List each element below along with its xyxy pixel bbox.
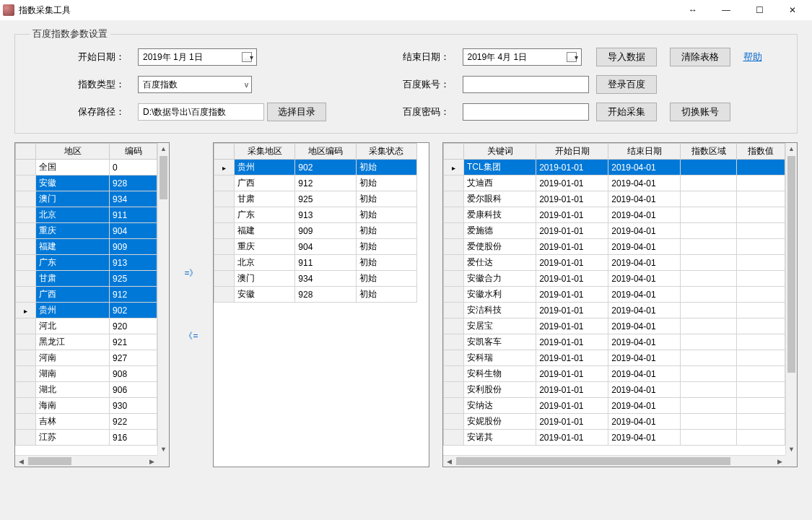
table-row[interactable]: 澳门934 bbox=[16, 191, 157, 207]
help-link[interactable]: 帮助 bbox=[743, 51, 762, 64]
collect-region-grid[interactable]: 采集地区地区编码采集状态贵州902初始广西912初始甘肃925初始广东913初始… bbox=[213, 142, 429, 467]
maximize-button[interactable]: ☐ bbox=[743, 0, 776, 20]
password-input[interactable] bbox=[463, 103, 589, 121]
table-row[interactable]: 江苏916 bbox=[16, 430, 157, 446]
table-row[interactable]: 爱使股份2019-01-012019-04-01 bbox=[444, 239, 785, 255]
table-row[interactable]: 福建909初始 bbox=[214, 223, 417, 239]
save-path-input[interactable]: D:\数据导出\百度指数 bbox=[138, 103, 264, 121]
table-row[interactable]: 广东913 bbox=[16, 255, 157, 271]
window-title: 指数采集工具 bbox=[19, 4, 71, 17]
scrollbar-vertical[interactable]: ▲▼ bbox=[157, 143, 169, 455]
account-input[interactable] bbox=[463, 76, 589, 93]
table-row[interactable]: 河北920 bbox=[16, 318, 157, 334]
move-right-button[interactable]: =》 bbox=[184, 267, 198, 280]
region-grid[interactable]: 地区编码全国0安徽928澳门934北京911重庆904福建909广东913甘肃9… bbox=[14, 142, 170, 467]
index-type-combo[interactable]: 百度指数 v bbox=[138, 76, 252, 93]
table-row[interactable]: 安徽水利2019-01-012019-04-01 bbox=[444, 287, 785, 303]
table-row[interactable]: 黑龙江921 bbox=[16, 334, 157, 350]
table-row[interactable]: 安洁科技2019-01-012019-04-01 bbox=[444, 303, 785, 318]
table-row[interactable]: 安徽合力2019-01-012019-04-01 bbox=[444, 271, 785, 287]
table-row[interactable]: 海南930 bbox=[16, 398, 157, 414]
table-row[interactable]: 吉林922 bbox=[16, 414, 157, 430]
end-date-picker[interactable]: 2019年 4月 1日 ▾ bbox=[463, 48, 582, 66]
table-row[interactable]: 安科瑞2019-01-012019-04-01 bbox=[444, 350, 785, 366]
table-row[interactable]: 安科生物2019-01-012019-04-01 bbox=[444, 366, 785, 382]
password-label: 百度密码： bbox=[354, 105, 455, 118]
table-row[interactable]: 北京911 bbox=[16, 207, 157, 223]
table-row[interactable]: 广东913初始 bbox=[214, 207, 417, 223]
table-row[interactable]: 甘肃925初始 bbox=[214, 191, 417, 207]
table-row[interactable]: 湖北906 bbox=[16, 382, 157, 398]
scrollbar-vertical[interactable]: ▲▼ bbox=[785, 143, 797, 455]
account-label: 百度账号： bbox=[354, 78, 455, 91]
table-row[interactable]: 重庆904 bbox=[16, 223, 157, 239]
end-date-label: 结束日期： bbox=[354, 51, 455, 64]
pick-dir-button[interactable]: 选择目录 bbox=[267, 103, 326, 121]
transfer-buttons: =》 《= bbox=[170, 142, 213, 467]
table-row[interactable]: 安利股份2019-01-012019-04-01 bbox=[444, 382, 785, 398]
minimize-button[interactable]: — bbox=[710, 0, 743, 20]
move-left-button[interactable]: 《= bbox=[184, 330, 198, 342]
login-button[interactable]: 登录百度 bbox=[596, 75, 657, 94]
table-row[interactable]: 甘肃925 bbox=[16, 271, 157, 287]
table-row[interactable]: 爱仕达2019-01-012019-04-01 bbox=[444, 255, 785, 271]
table-row[interactable]: 广西912初始 bbox=[214, 176, 417, 191]
table-row[interactable]: 北京911初始 bbox=[214, 255, 417, 271]
switch-account-button[interactable]: 切换账号 bbox=[670, 103, 730, 121]
table-row[interactable]: 安徽928 bbox=[16, 176, 157, 191]
table-row[interactable]: 安凯客车2019-01-012019-04-01 bbox=[444, 334, 785, 350]
table-row[interactable]: 全国0 bbox=[16, 160, 157, 176]
table-row[interactable]: 河南927 bbox=[16, 350, 157, 366]
table-row[interactable]: 贵州902初始 bbox=[214, 160, 417, 176]
table-row[interactable]: 安徽928初始 bbox=[214, 287, 417, 303]
table-row[interactable]: 安妮股份2019-01-012019-04-01 bbox=[444, 414, 785, 430]
table-row[interactable]: 贵州902 bbox=[16, 303, 157, 318]
table-row[interactable]: 安纳达2019-01-012019-04-01 bbox=[444, 398, 785, 414]
start-date-picker[interactable]: 2019年 1月 1日 ▾ bbox=[138, 48, 257, 66]
table-row[interactable]: 广西912 bbox=[16, 287, 157, 303]
index-type-value: 百度指数 bbox=[143, 79, 178, 91]
scrollbar-horizontal[interactable]: ◀▶ bbox=[15, 455, 157, 467]
index-type-label: 指数类型： bbox=[30, 78, 131, 91]
params-legend: 百度指数参数设置 bbox=[30, 27, 110, 40]
table-row[interactable]: 爱施德2019-01-012019-04-01 bbox=[444, 223, 785, 239]
end-date-value: 2019年 4月 1日 bbox=[468, 51, 528, 64]
table-row[interactable]: 艾迪西2019-01-012019-04-01 bbox=[444, 176, 785, 191]
table-row[interactable]: 福建909 bbox=[16, 239, 157, 255]
resize-icon[interactable]: ↔ bbox=[676, 0, 710, 20]
table-row[interactable]: 湖南908 bbox=[16, 366, 157, 382]
import-data-button[interactable]: 导入数据 bbox=[596, 48, 657, 66]
table-row[interactable]: 安诺其2019-01-012019-04-01 bbox=[444, 430, 785, 446]
close-button[interactable]: ✕ bbox=[776, 0, 809, 20]
table-row[interactable]: 重庆904初始 bbox=[214, 239, 417, 255]
params-groupbox: 百度指数参数设置 开始日期： 2019年 1月 1日 ▾ 结束日期： 2019年… bbox=[14, 27, 798, 134]
title-bar: 指数采集工具 ↔ — ☐ ✕ bbox=[0, 0, 812, 20]
app-icon bbox=[3, 4, 14, 16]
start-date-label: 开始日期： bbox=[30, 51, 131, 64]
table-row[interactable]: 爱康科技2019-01-012019-04-01 bbox=[444, 207, 785, 223]
start-date-value: 2019年 1月 1日 bbox=[143, 51, 203, 64]
keyword-grid[interactable]: 关键词开始日期结束日期指数区域指数值TCL集团2019-01-012019-04… bbox=[442, 142, 798, 467]
start-collect-button[interactable]: 开始采集 bbox=[596, 103, 657, 121]
table-row[interactable]: 澳门934初始 bbox=[214, 271, 417, 287]
table-row[interactable]: TCL集团2019-01-012019-04-01 bbox=[444, 160, 785, 176]
clear-table-button[interactable]: 清除表格 bbox=[670, 48, 730, 66]
table-row[interactable]: 安居宝2019-01-012019-04-01 bbox=[444, 318, 785, 334]
table-row[interactable]: 爱尔眼科2019-01-012019-04-01 bbox=[444, 191, 785, 207]
chevron-down-icon: v bbox=[245, 81, 248, 89]
scrollbar-horizontal[interactable]: ◀▶ bbox=[443, 455, 785, 467]
save-path-label: 保存路径： bbox=[30, 105, 131, 118]
